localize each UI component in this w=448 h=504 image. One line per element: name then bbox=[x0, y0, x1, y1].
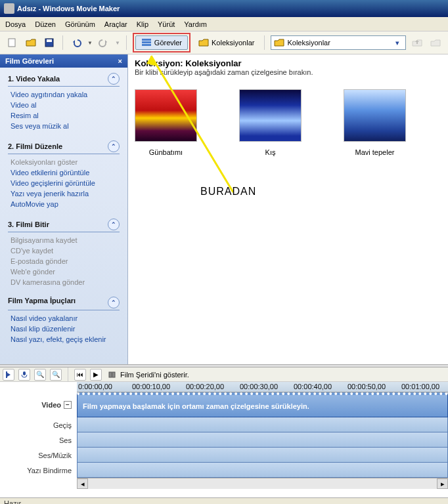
task-save-computer[interactable]: Bilgisayarıma kaydet bbox=[8, 235, 120, 245]
tip-edit[interactable]: Nasıl klip düzenlenir bbox=[8, 324, 120, 334]
section-tips: Film Yapma İpuçları ⌃ Nasıl video yakala… bbox=[0, 291, 127, 348]
ruler-spacer bbox=[0, 382, 77, 392]
task-show-collections[interactable]: Koleksiyonları göster bbox=[8, 157, 120, 167]
new-button[interactable] bbox=[5, 35, 20, 50]
section-finish: 3. Filmi Bitir ⌃ Bilgisayarıma kaydet CD… bbox=[0, 213, 127, 291]
menu-play[interactable]: Yürüt bbox=[158, 20, 175, 28]
clip-label: Kış bbox=[239, 148, 302, 156]
undo-button[interactable] bbox=[69, 35, 83, 50]
scroll-left-icon[interactable]: ◂ bbox=[77, 478, 88, 489]
menu-clip[interactable]: Klip bbox=[137, 20, 148, 28]
new-folder-icon bbox=[430, 37, 441, 48]
timeline-set-start-button[interactable] bbox=[3, 369, 14, 381]
marker-icon bbox=[5, 371, 12, 379]
folder-icon bbox=[274, 37, 284, 48]
svg-rect-12 bbox=[112, 372, 115, 377]
section-edit-title: 2. Filmi Düzenle bbox=[8, 142, 62, 150]
tip-capture[interactable]: Nasıl video yakalanır bbox=[8, 313, 120, 324]
menu-edit[interactable]: Düzen bbox=[35, 20, 56, 28]
collections-button[interactable]: Koleksiyonlar bbox=[194, 36, 258, 49]
undo-dropdown[interactable]: ▼ bbox=[87, 40, 93, 46]
svg-rect-11 bbox=[109, 372, 112, 377]
clip-image bbox=[344, 89, 406, 142]
annotation-text: BURADAN bbox=[200, 186, 256, 198]
track-label-title-overlay: Yazı Bindirme bbox=[0, 463, 77, 478]
menu-tools[interactable]: Araçlar bbox=[104, 20, 127, 28]
timeline-zoom-out-button[interactable]: 🔍 bbox=[50, 369, 62, 381]
separator bbox=[126, 35, 127, 50]
menu-file[interactable]: Dosya bbox=[5, 20, 26, 28]
sidebar-header: Film Görevleri × bbox=[0, 54, 127, 68]
task-video-effects[interactable]: Video etkilerini görüntüle bbox=[8, 167, 120, 178]
audio-track[interactable] bbox=[77, 432, 448, 448]
clip-thumb[interactable]: Günbatımı bbox=[135, 89, 197, 156]
tip-titles[interactable]: Nasıl yazı, efekt, geçiş eklenir bbox=[8, 334, 120, 345]
clip-thumb[interactable]: Mavi tepeler bbox=[344, 89, 406, 156]
section-capture: 1. Video Yakala ⌃ Video aygıtından yakal… bbox=[0, 68, 127, 135]
collapse-icon[interactable]: − bbox=[64, 401, 72, 409]
scroll-track[interactable] bbox=[88, 478, 437, 489]
undo-icon bbox=[71, 37, 81, 48]
menu-help[interactable]: Yardım bbox=[184, 20, 207, 28]
play-button[interactable]: ▶ bbox=[90, 369, 102, 381]
track-label-audio-music: Ses/Müzik bbox=[0, 448, 77, 463]
task-send-web[interactable]: Web'e gönder bbox=[8, 266, 120, 277]
folder-icon bbox=[198, 37, 209, 48]
ruler-tick: 00:00:40,00 bbox=[294, 383, 332, 390]
task-video-transitions[interactable]: Video geçişlerini görüntüle bbox=[8, 178, 120, 188]
timeline: Video − Geçiş Ses Ses/Müzik Yazı Bindirm… bbox=[0, 382, 448, 497]
section-edit: 2. Filmi Düzenle ⌃ Koleksiyonları göster… bbox=[0, 135, 127, 213]
window-title: Adsız - Windows Movie Maker bbox=[17, 5, 120, 12]
up-level-button[interactable] bbox=[410, 35, 424, 50]
task-capture-device[interactable]: Video aygıtından yakala bbox=[8, 89, 120, 100]
close-icon[interactable]: × bbox=[118, 57, 122, 65]
open-button[interactable] bbox=[24, 35, 38, 50]
redo-dropdown[interactable]: ▼ bbox=[115, 40, 120, 46]
timeline-toolbar: 🔍 🔍 ⏮ ▶ Film Şeridi'ni gösterir. bbox=[0, 368, 448, 382]
collapse-icon[interactable]: ⌃ bbox=[108, 140, 120, 152]
status-text: Hazır bbox=[4, 499, 21, 504]
new-folder-button[interactable] bbox=[428, 35, 443, 50]
storyboard-toggle[interactable]: Film Şeridi'ni gösterir. bbox=[108, 370, 189, 379]
collapse-icon[interactable]: ⌃ bbox=[108, 73, 120, 85]
ruler-tick: 0:00:00,00 bbox=[78, 383, 112, 390]
task-send-email[interactable]: E-postada gönder bbox=[8, 256, 120, 266]
clip-label: Günbatımı bbox=[135, 148, 197, 156]
sidebar-title: Film Görevleri bbox=[5, 57, 54, 65]
redo-button[interactable] bbox=[97, 35, 111, 50]
scroll-right-icon[interactable]: ▸ bbox=[437, 478, 448, 489]
task-send-dv[interactable]: DV kamerasına gönder bbox=[8, 277, 120, 287]
svg-rect-3 bbox=[142, 39, 151, 41]
task-automovie[interactable]: AutoMovie yap bbox=[8, 199, 120, 209]
time-ruler[interactable]: 0:00:00,00 00:00:10,00 00:00:20,00 00:00… bbox=[77, 382, 448, 392]
task-save-cd[interactable]: CD'ye kaydet bbox=[8, 245, 120, 256]
collapse-icon[interactable]: ⌃ bbox=[108, 297, 120, 308]
task-import-audio[interactable]: Ses veya müzik al bbox=[8, 121, 120, 131]
track-label-video: Video − bbox=[0, 392, 77, 417]
save-button[interactable] bbox=[42, 35, 56, 50]
video-track[interactable]: Film yapmaya başlamak için ortamı zaman … bbox=[77, 392, 448, 417]
main-toolbar: ▼ ▼ Görevler Koleksiyonlar Koleksiyonlar… bbox=[0, 32, 448, 54]
separator bbox=[264, 35, 265, 50]
tasks-label: Görevler bbox=[154, 39, 182, 47]
collapse-icon[interactable]: ⌃ bbox=[108, 219, 120, 230]
menu-bar: Dosya Düzen Görünüm Araçlar Klip Yürüt Y… bbox=[0, 17, 448, 32]
task-titles-credits[interactable]: Yazı veya jenerik hazırla bbox=[8, 188, 120, 199]
menu-view[interactable]: Görünüm bbox=[65, 20, 95, 28]
audio-music-track[interactable] bbox=[77, 448, 448, 463]
svg-rect-5 bbox=[142, 44, 151, 46]
horizontal-scrollbar[interactable]: ◂ ▸ bbox=[77, 478, 448, 489]
clip-image bbox=[135, 89, 197, 142]
tracks-area[interactable]: 0:00:00,00 00:00:10,00 00:00:20,00 00:00… bbox=[77, 382, 448, 497]
timeline-zoom-in-button[interactable]: 🔍 bbox=[34, 369, 46, 381]
task-import-image[interactable]: Resim al bbox=[8, 110, 120, 121]
tasks-button[interactable]: Görevler bbox=[135, 35, 188, 50]
transition-track[interactable] bbox=[77, 417, 448, 432]
clip-thumb[interactable]: Kış bbox=[239, 89, 302, 156]
separator bbox=[68, 368, 68, 382]
collections-combo[interactable]: Koleksiyonlar ▾ bbox=[271, 35, 406, 50]
task-import-video[interactable]: Video al bbox=[8, 100, 120, 110]
title-overlay-track[interactable] bbox=[77, 463, 448, 478]
timeline-narrate-button[interactable] bbox=[18, 369, 30, 381]
rewind-button[interactable]: ⏮ bbox=[74, 369, 86, 381]
